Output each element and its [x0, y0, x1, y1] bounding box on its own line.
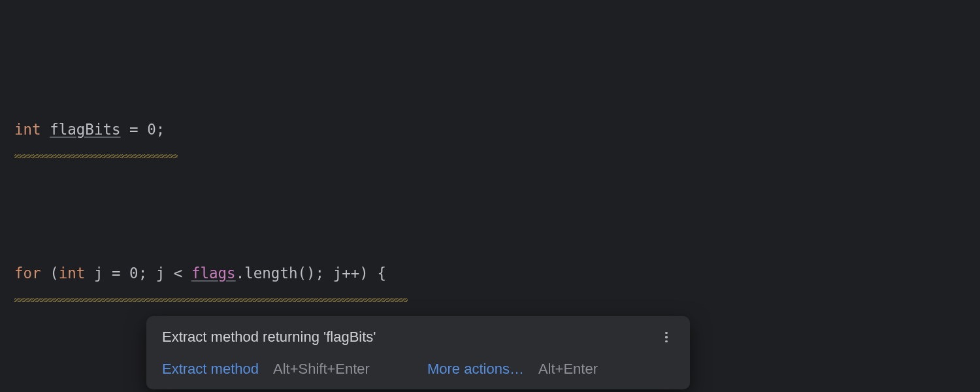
variable-flagbits: flagBits [41, 121, 121, 138]
shortcut-label: Alt+Shift+Enter [273, 361, 370, 378]
warning-underline [14, 282, 846, 311]
field-flags: flags [191, 265, 236, 282]
popup-title-row: Extract method returning 'flagBits' [162, 327, 674, 348]
code-text: .length(); j++) { [236, 265, 386, 282]
code-text: j = 0; j < [85, 265, 191, 282]
intention-popup: Extract method returning 'flagBits' Extr… [146, 316, 690, 389]
code-editor[interactable]: int flagBits = 0; for (int j = 0; j < fl… [0, 0, 980, 392]
popup-action-row: Extract method Alt+Shift+Enter More acti… [162, 361, 674, 378]
keyword-for: for [14, 265, 41, 282]
extract-method-action[interactable]: Extract method [162, 361, 259, 378]
keyword-int: int [14, 121, 41, 138]
code-line: int flagBits = 0; [0, 115, 846, 144]
code-text: ( [41, 265, 59, 282]
warning-underline [14, 139, 846, 167]
shortcut-label: Alt+Enter [538, 361, 598, 378]
more-actions-action[interactable]: More actions… [427, 361, 524, 378]
popup-title: Extract method returning 'flagBits' [162, 329, 376, 346]
code-text: = 0; [121, 121, 165, 138]
code-line: for (int j = 0; j < flags.length(); j++)… [0, 259, 846, 287]
kebab-icon[interactable] [659, 329, 674, 345]
keyword-int: int [59, 265, 86, 282]
